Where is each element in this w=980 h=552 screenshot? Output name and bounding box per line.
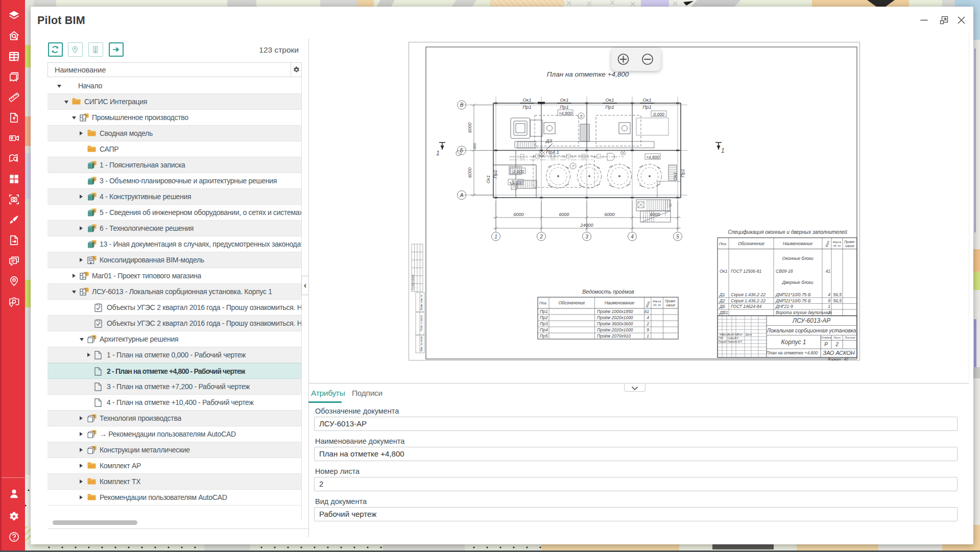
svg-text:Наименование: Наименование [605,300,635,305]
svg-text:1: 1 [721,147,725,154]
svg-text:Д2: Д2 [719,298,725,303]
svg-text:Проём 2020х1000: Проём 2020х1000 [597,327,633,332]
svg-text:Разраб.: Разраб. [719,341,727,343]
svg-text:Лист: Лист [833,336,841,339]
svg-text:6000: 6000 [604,212,614,217]
svg-text:Проём 2020х1000: Проём 2020х1000 [597,315,633,320]
svg-text:3: 3 [585,234,588,239]
svg-text:Корпус 1: Корпус 1 [781,339,806,346]
svg-text:4: 4 [631,234,634,239]
svg-text:ДНГ21-9: ДНГ21-9 [775,304,793,309]
svg-text:2: 2 [835,342,839,347]
svg-text:2: 2 [646,321,649,326]
svg-text:Ведомость проёмов: Ведомость проёмов [582,289,634,295]
svg-text:1: 1 [494,234,497,239]
svg-text:Седов В.Н.: Седов В.Н. [727,337,739,340]
svg-text:План на отметке +4,800: План на отметке +4,800 [766,350,818,355]
svg-text:6000: 6000 [513,212,523,217]
svg-text:Согласовано: Согласовано [411,275,414,291]
svg-text:Пр1: Пр1 [680,169,685,178]
svg-text:Подп. и дата: Подп. и дата [420,315,423,331]
svg-text:ЗАО АСКОН: ЗАО АСКОН [823,350,855,356]
svg-text:600: 600 [473,143,476,149]
svg-text:56,5: 56,5 [833,292,842,297]
svg-text:4: 4 [647,315,649,320]
svg-text:Кол.: Кол. [825,239,830,247]
svg-text:СВ09-18: СВ09-18 [776,269,793,274]
svg-text:Обозначение: Обозначение [738,241,764,246]
svg-text:Оконные блоки: Оконные блоки [782,256,814,261]
svg-text:Дата: Дата [745,333,752,336]
svg-text:Серия 1.436.2-22: Серия 1.436.2-22 [731,298,766,303]
svg-text:ДМП21*10/0.75-Б: ДМП21*10/0.75-Б [775,292,811,297]
svg-text:ДМП21*10/0.75-Б: ДМП21*10/0.75-Б [775,298,811,303]
svg-text:Листов: Листов [844,336,855,339]
svg-text:Серия 1.436.2-22: Серия 1.436.2-22 [731,292,766,297]
svg-text:Поз.: Поз. [719,242,727,246]
svg-text:Пр1: Пр1 [605,104,614,110]
svg-text:Ворота глухие двупольные: Ворота глухие двупольные [776,310,832,315]
svg-text:7: 7 [572,164,575,169]
svg-text:Д1: Д1 [719,292,725,297]
svg-text:41: 41 [644,309,650,314]
svg-text:чание: чание [666,303,675,307]
svg-text:Спецификация оконных и дверных: Спецификация оконных и дверных заполните… [728,229,847,235]
svg-text:Проём 2070х910: Проём 2070х910 [597,333,631,339]
svg-text:А2: А2 [844,357,848,361]
svg-text:1: 1 [647,333,649,339]
svg-text:Приме-: Приме- [665,299,677,303]
svg-text:ед. кг: ед. кг [653,303,661,306]
svg-text:Проём 3600х3600: Проём 3600х3600 [597,321,633,326]
svg-text:Павленко В.П.: Павленко В.П. [727,341,743,343]
svg-text:Стадия: Стадия [821,336,831,339]
svg-text:ГОСТ 12506-81: ГОСТ 12506-81 [731,269,762,274]
svg-text:1: 1 [670,203,672,207]
svg-text:2: 2 [827,310,830,315]
svg-text:1: 1 [828,304,830,309]
svg-text:чание: чание [845,244,854,248]
svg-text:Ок1: Ок1 [605,97,614,103]
svg-text:24000: 24000 [580,223,593,228]
svg-text:Обозначение: Обозначение [558,300,585,305]
svg-text:ГОСТ 14624-84: ГОСТ 14624-84 [731,304,762,309]
svg-text:Поз.: Поз. [539,301,547,305]
svg-text:А: А [460,193,464,198]
svg-text:Р: Р [824,342,828,347]
svg-text:Подп.: Подп. [737,333,743,336]
svg-text:ДВ1: ДВ1 [719,310,728,315]
svg-text:56,5: 56,5 [833,298,842,303]
svg-text:Пр2: Пр2 [540,315,548,320]
svg-text:Пр1: Пр1 [493,170,498,179]
svg-text:План на отметке +4,800: План на отметке +4,800 [547,70,629,78]
svg-text:41: 41 [826,269,831,274]
svg-text:Пр4.1: Пр4.1 [546,149,559,155]
svg-text:Пр5: Пр5 [540,333,548,339]
svg-text:Пр1: Пр1 [540,309,548,314]
svg-text:В: В [460,102,464,108]
svg-text:Приме-: Приме- [844,240,856,244]
svg-text:ед. кг: ед. кг [833,244,841,247]
svg-text:Проём 1000х1850: Проём 1000х1850 [597,309,633,314]
svg-text:+4,800: +4,800 [559,111,572,116]
svg-text:Д3: Д3 [545,138,553,143]
svg-text:0,000: 0,000 [653,112,664,117]
svg-text:2: 2 [539,234,543,239]
svg-text:+4,800: +4,800 [646,155,660,160]
svg-text:6000: 6000 [559,212,569,217]
svg-text:9: 9 [647,327,649,332]
svg-text:5: 5 [676,234,679,239]
svg-text:Масса: Масса [653,300,661,303]
svg-text:Наименование: Наименование [783,241,813,246]
svg-text:Дверные блоки: Дверные блоки [782,280,814,285]
svg-text:Масса: Масса [833,241,841,244]
svg-text:6000: 6000 [467,123,472,133]
svg-text:ГИП: ГИП [719,337,724,340]
svg-text:Ок1: Ок1 [522,97,531,103]
svg-text:Б: Б [460,148,464,153]
svg-text:Пр4: Пр4 [540,327,548,332]
svg-text:Д6: Д6 [719,304,725,309]
svg-text:1: 1 [436,150,440,157]
svg-text:Ок1: Ок1 [673,172,678,180]
svg-text:Кол.: Кол. [645,300,651,307]
svg-text:Пр3: Пр3 [540,321,548,326]
